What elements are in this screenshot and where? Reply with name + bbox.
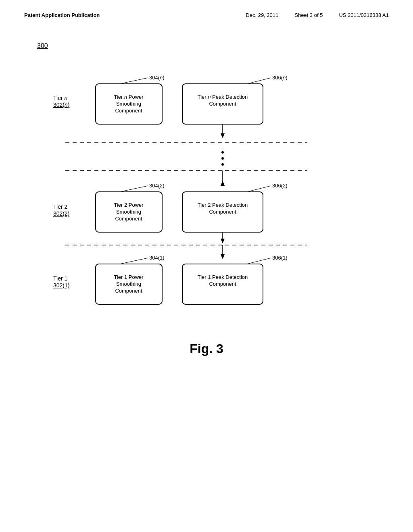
diagram-svg: Tier n 302(n) 304(n) Tier n Power Smooth…	[33, 58, 348, 316]
dot-1	[221, 151, 224, 154]
page: Patent Application Publication Dec. 29, …	[0, 0, 413, 532]
arrow-2-down-head	[221, 239, 225, 243]
box-304n-text-line1: Tier n Power	[114, 94, 144, 100]
box-3041-text-line2: Smoothing	[116, 281, 141, 287]
tier-n-label: Tier n	[53, 95, 67, 101]
ref-3042: 304(2)	[149, 183, 165, 189]
callout-line-3041	[120, 258, 148, 264]
box-3061-text-line2: Component	[209, 281, 236, 287]
header-sheet: Sheet 3 of 5	[294, 12, 323, 18]
ref-306n: 306(n)	[272, 75, 288, 81]
ref-3061: 306(1)	[272, 255, 288, 261]
diagram-container: 300 Tier n 302(n) 304(n) Tier n Power Sm…	[33, 42, 380, 317]
tier-1-ref: 302(1)	[53, 282, 69, 289]
diagram-svg-wrapper: Tier n 302(n) 304(n) Tier n Power Smooth…	[33, 58, 380, 317]
tier-2-ref: 302(2)	[53, 210, 69, 217]
box-3042-text-line1: Tier 2 Power	[114, 202, 144, 208]
header-patent: US 2011/0316338 A1	[339, 12, 389, 18]
tier-1-label: Tier 1	[53, 275, 67, 282]
arrow-to-tier1-head	[221, 254, 225, 259]
dot-2	[221, 157, 224, 160]
arrow-to-tier2-head	[221, 181, 225, 186]
callout-line-3042	[120, 186, 148, 192]
arrow-n-down-head	[221, 133, 225, 138]
header-publication-label: Patent Application Publication	[24, 12, 100, 18]
callout-line-3062	[247, 186, 271, 192]
tier-n-ref: 302(n)	[53, 102, 70, 108]
box-3042-text-line2: Smoothing	[116, 209, 141, 215]
diagram-label-300: 300	[37, 42, 380, 50]
ref-304n: 304(n)	[149, 75, 165, 81]
callout-line-3061	[247, 258, 271, 264]
ref-3062: 306(2)	[272, 183, 288, 189]
box-306n-text-line2: Component	[209, 101, 236, 107]
ref-3041: 304(1)	[149, 255, 165, 261]
callout-line-304n	[120, 78, 148, 84]
box-304n-text-line2: Smoothing	[116, 101, 141, 107]
figure-caption: Fig. 3	[0, 341, 413, 356]
tier-2-label: Tier 2	[53, 204, 67, 210]
box-3061-text-line1: Tier 1 Peak Detection	[198, 274, 248, 280]
box-306n-text-line1: Tier n Peak Detection	[198, 94, 248, 100]
page-header: Patent Application Publication Dec. 29, …	[0, 0, 413, 18]
box-3042-text-line3: Component	[115, 216, 142, 222]
dot-3	[221, 163, 224, 166]
box-3041-text-line1: Tier 1 Power	[114, 274, 144, 280]
box-3062-text-line2: Component	[209, 209, 236, 215]
box-3062-text-line1: Tier 2 Peak Detection	[198, 202, 248, 208]
callout-line-306n	[247, 78, 271, 84]
box-304n-text-line3: Component	[115, 108, 142, 114]
header-right: Dec. 29, 2011 Sheet 3 of 5 US 2011/03163…	[246, 12, 389, 18]
box-3041-text-line3: Component	[115, 288, 142, 294]
header-date: Dec. 29, 2011	[246, 12, 278, 18]
